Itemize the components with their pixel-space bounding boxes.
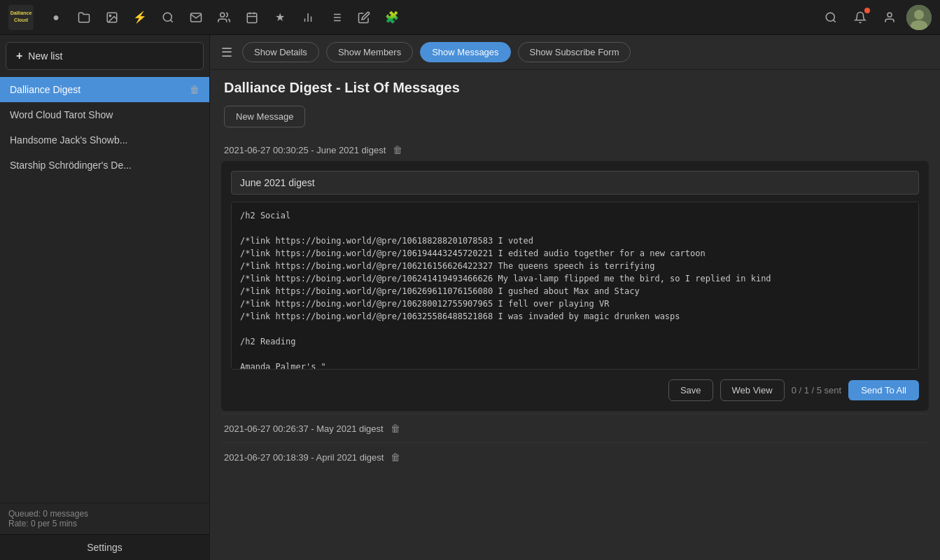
menu-toggle-icon[interactable]: ☰ [221,45,232,60]
sidebar-item-word-cloud[interactable]: Word Cloud Tarot Show 🗑 [0,102,209,127]
sent-count: 0 / 1 / 5 sent [792,385,842,396]
sidebar-item-label: Dalliance Digest [10,84,190,95]
sidebar: + New list Dalliance Digest 🗑 Word Cloud… [0,35,210,560]
delete-message-1-icon[interactable]: 🗑 [393,144,402,155]
svg-line-22 [833,20,835,22]
svg-point-21 [826,13,834,21]
tab-show-subscribe[interactable]: Show Subscribe Form [518,42,631,62]
circle-nav-icon[interactable]: ● [43,5,69,30]
queued-status: Queued: 0 messages [8,509,201,519]
tab-show-messages[interactable]: Show Messages [420,42,510,62]
search-nav-icon[interactable] [155,5,181,30]
rate-status: Rate: 0 per 5 mins [8,519,201,528]
web-view-button[interactable]: Web View [720,379,785,401]
svg-point-7 [220,13,225,17]
logo-icon: Dalliance Cloud [8,5,34,30]
delete-icon[interactable]: 🗑 [190,84,199,95]
page-title-bar: Dalliance Digest - List Of Messages [210,70,940,100]
svg-point-5 [163,13,171,21]
message-header-2: 2021-06-27 00:26:37 - May 2021 digest 🗑 [221,414,929,442]
tab-show-details[interactable]: Show Details [242,42,319,62]
calendar-nav-icon[interactable] [239,5,265,30]
content-area: ☰ Show Details Show Members Show Message… [210,35,940,560]
action-bar: New Message [210,100,940,134]
new-list-button[interactable]: + New list [6,42,204,70]
svg-line-6 [170,20,172,22]
svg-text:Cloud: Cloud [14,18,28,22]
list-nav-icon[interactable] [323,5,349,30]
tab-show-members[interactable]: Show Members [326,42,413,62]
notifications-icon[interactable] [848,5,873,30]
sidebar-item-handsome-jack[interactable]: Handsome Jack's Showb... 🗑 [0,127,209,153]
new-list-label: New list [28,50,62,62]
sidebar-item-label: Handsome Jack's Showb... [10,134,190,146]
message-subject-input-1[interactable] [231,171,919,195]
save-button[interactable]: Save [668,379,713,401]
delete-message-3-icon[interactable]: 🗑 [391,451,400,463]
image-nav-icon[interactable] [99,5,125,30]
message-card-1: /h2 Social /*link https://boing.world/@p… [221,161,929,411]
search-right-icon[interactable] [818,5,843,30]
svg-point-4 [109,15,111,16]
person-icon[interactable] [877,5,902,30]
bolt-nav-icon[interactable]: ⚡ [127,5,153,30]
sidebar-item-dalliance-digest[interactable]: Dalliance Digest 🗑 [0,77,209,102]
content-topbar: ☰ Show Details Show Members Show Message… [210,35,940,70]
folder-nav-icon[interactable] [71,5,97,30]
messages-area: 2021-06-27 00:30:25 - June 2021 digest 🗑… [210,134,940,560]
edit-nav-icon[interactable] [351,5,377,30]
delete-message-2-icon[interactable]: 🗑 [391,423,400,434]
page-title: Dalliance Digest - List Of Messages [224,80,926,96]
message-header-3: 2021-06-27 00:18:39 - April 2021 digest … [221,442,929,471]
sidebar-list: Dalliance Digest 🗑 Word Cloud Tarot Show… [0,77,209,503]
svg-text:Dalliance: Dalliance [10,10,32,15]
new-message-button[interactable]: New Message [224,106,305,127]
settings-button[interactable]: Settings [0,534,209,560]
people-nav-icon[interactable] [211,5,237,30]
logo: Dalliance Cloud [8,5,34,30]
sidebar-item-starship[interactable]: Starship Schrödinger's De... 🗑 [0,153,209,178]
sidebar-item-label: Word Cloud Tarot Show [10,109,190,120]
chart-nav-icon[interactable] [295,5,321,30]
message-footer-1: Save Web View 0 / 1 / 5 sent Send To All [231,379,919,401]
svg-point-23 [888,13,892,17]
puzzle-nav-icon[interactable]: 🧩 [379,5,405,30]
message-body-textarea-1[interactable]: /h2 Social /*link https://boing.world/@p… [231,202,919,370]
avatar[interactable] [906,5,932,30]
svg-rect-8 [247,13,257,23]
topnav: Dalliance Cloud ● ⚡ ★ 🧩 [0,0,940,35]
main-layout: + New list Dalliance Digest 🗑 Word Cloud… [0,35,940,560]
message-timestamp-1: 2021-06-27 00:30:25 - June 2021 digest [224,145,386,155]
message-timestamp-3: 2021-06-27 00:18:39 - April 2021 digest [224,452,384,463]
svg-point-25 [914,10,924,20]
send-to-all-button[interactable]: Send To All [848,380,919,400]
mail-nav-icon[interactable] [183,5,209,30]
sidebar-item-label: Starship Schrödinger's De... [10,160,190,171]
star-nav-icon[interactable]: ★ [267,5,293,30]
message-timestamp-2: 2021-06-27 00:26:37 - May 2021 digest [224,424,384,434]
message-header-1: 2021-06-27 00:30:25 - June 2021 digest 🗑 [221,134,929,161]
plus-icon: + [16,50,22,62]
sidebar-footer: Queued: 0 messages Rate: 0 per 5 mins [0,503,209,534]
